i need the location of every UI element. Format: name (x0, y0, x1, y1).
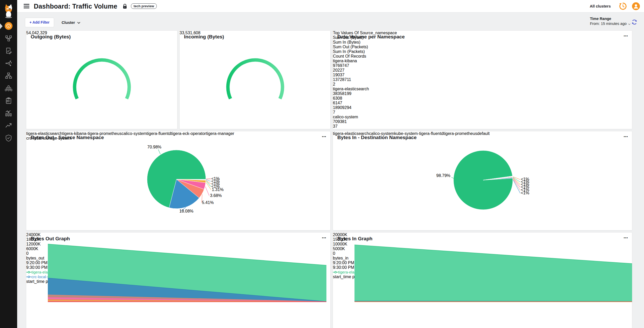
panel-bytes-out-graph: Bytes Out Graph ... 24000K18000K12000K60… (26, 232, 331, 328)
graph-nodes-icon (5, 60, 12, 67)
outgoing-gauge-chart (65, 57, 138, 103)
table-cell: tigera-elasticsearch (333, 87, 632, 91)
panel-title: Incoming (Bytes) (184, 34, 224, 40)
table-column-header: Sum In (Packets) (333, 49, 632, 54)
bytes-out-pie-chart: 70.98%<1%<1%<1%<1%1.31%3.68%5.41%18.08% (26, 131, 331, 215)
sidebar-item-threat-defense[interactable] (0, 134, 17, 142)
sidebar-item-compliance[interactable] (0, 97, 17, 105)
legend-line-marker-icon (333, 271, 338, 274)
y-axis-tick: 15000K (333, 237, 632, 242)
trend-up-icon (5, 122, 12, 129)
user-avatar-button[interactable] (632, 2, 640, 10)
legend-line-marker-icon (26, 276, 31, 278)
svg-text:70.98%: 70.98% (147, 145, 161, 149)
sidebar-item-policies[interactable] (0, 47, 17, 55)
table-body: tigera-kibana97697472022719037137287112t… (333, 59, 632, 129)
topbar: Dashboard: Traffic Volume tech preview A… (17, 0, 644, 12)
panel-outgoing-bytes: Outgoing (Bytes) 54,042,329 (26, 30, 178, 129)
table-row: tigera-kibana97697472022719037137287112 (333, 59, 632, 87)
table-cell: 2 (333, 82, 632, 87)
active-item-notch (0, 23, 3, 29)
bytes-in-area-chart (354, 243, 632, 302)
cluster-circles-icon (5, 85, 12, 92)
cluster-dropdown[interactable]: Cluster (62, 20, 79, 25)
lock-icon (123, 4, 127, 10)
cluster-dropdown-label: Cluster (62, 20, 75, 25)
panel-incoming-bytes: Incoming (Bytes) 33,531,608 (179, 30, 331, 129)
panel-title: Bytes Out Graph (31, 236, 70, 242)
all-clusters-label[interactable]: All clusters (590, 0, 611, 12)
add-filter-button[interactable]: + Add Filter (25, 18, 54, 27)
panel-title: Bytes Out - Source Namespace (31, 135, 104, 140)
more-menu-button[interactable]: ... (623, 234, 628, 240)
table-cell: 9769747 (333, 63, 632, 68)
table-cell: 19037 (333, 73, 632, 77)
refresh-button[interactable] (632, 19, 637, 26)
panel-bytes-in-pie: Bytes In - Destination Namespace ... 98.… (333, 131, 632, 230)
time-range-dropdown[interactable]: Time Range From: 15 minutes ago (590, 17, 630, 26)
history-button[interactable] (619, 2, 627, 10)
topology-icon (5, 35, 12, 42)
table-cell: 37 (333, 124, 632, 129)
document-edit-icon (5, 47, 12, 54)
bytes-out-area-chart (48, 243, 326, 302)
panel-title: Bytes In - Destination Namespace (337, 135, 417, 140)
sidebar-item-topology[interactable] (0, 35, 17, 42)
more-menu-button[interactable]: ... (322, 234, 326, 240)
dashboard-gauge-icon (5, 22, 12, 30)
table-cell: 38358199 (333, 91, 632, 96)
table-cell: 6147 (333, 101, 632, 105)
table-cell: 3748 (333, 129, 632, 129)
sidebar-item-nodes[interactable] (0, 72, 17, 80)
calico-cat-logo[interactable] (0, 3, 17, 19)
svg-text:98.79%: 98.79% (436, 173, 450, 178)
cat-logo-icon (2, 4, 15, 18)
panel-title: Data Volume per Namespace (337, 34, 405, 40)
svg-text:<1%: <1% (521, 191, 529, 195)
chevron-down-icon (628, 23, 630, 25)
sitemap-icon (5, 72, 12, 79)
bar-chart-icon (5, 110, 12, 117)
legend-line-marker-icon (26, 271, 31, 274)
table-column-header: Sum Out (Packets) (333, 45, 632, 49)
y-axis-tick: 18000K (26, 237, 330, 242)
table-cell: 20227 (333, 68, 632, 73)
table-cell: calico-system (333, 115, 632, 119)
panel-bytes-out-pie: Bytes Out - Source Namespace ... 70.98%<… (26, 131, 331, 230)
app-window: Dashboard: Traffic Volume tech preview A… (0, 0, 644, 328)
sidebar-item-activity[interactable] (0, 109, 17, 117)
time-range-value: From: 15 minutes ago (590, 22, 627, 26)
sidebar-item-endpoints[interactable] (0, 84, 17, 92)
sidebar-item-service-graph[interactable] (0, 59, 17, 67)
sidebar (0, 0, 17, 328)
more-menu-button[interactable]: ... (623, 32, 628, 38)
panel-title: Outgoing (Bytes) (31, 34, 71, 40)
bytes-in-pie-chart: 98.79%<1%<1%<1%<1%<1%<1% (333, 131, 632, 220)
table-row: tigera-elasticsearch38358199630861471890… (333, 87, 632, 115)
table-cell: 7 (333, 110, 632, 115)
svg-text:1.31%: 1.31% (212, 187, 224, 192)
table-cell: tigera-kibana (333, 59, 632, 63)
svg-text:3.68%: 3.68% (210, 193, 222, 198)
hamburger-menu-icon[interactable] (24, 4, 29, 9)
table-column-header: Sum In (Bytes) (333, 40, 632, 45)
table-cell: 18909294 (333, 105, 632, 110)
shield-check-icon (5, 134, 12, 142)
y-axis-tick: 20000K (333, 233, 632, 237)
table-cell: 6308 (333, 96, 632, 101)
table-column-header: Count Of Records (333, 54, 632, 59)
panel-bytes-in-graph: Bytes In Graph ... 20000K15000K10000K500… (333, 232, 632, 328)
panel-data-volume-table: Data Volume per Namespace ... Top Values… (333, 30, 632, 129)
panel-title: Bytes In Graph (337, 236, 372, 242)
svg-text:5.41%: 5.41% (202, 200, 214, 205)
clipboard-icon (5, 97, 12, 104)
y-axis-tick: 24000K (26, 233, 330, 237)
page-title: Dashboard: Traffic Volume (34, 0, 117, 12)
tech-preview-badge: tech preview (131, 3, 157, 9)
sidebar-item-trends[interactable] (0, 122, 17, 129)
svg-text:18.08%: 18.08% (179, 209, 193, 213)
incoming-gauge-chart (219, 57, 292, 103)
chevron-down-icon (77, 21, 80, 24)
table-cell: 13728711 (333, 77, 632, 82)
table-row: calico-system709381373748123776 (333, 115, 632, 129)
